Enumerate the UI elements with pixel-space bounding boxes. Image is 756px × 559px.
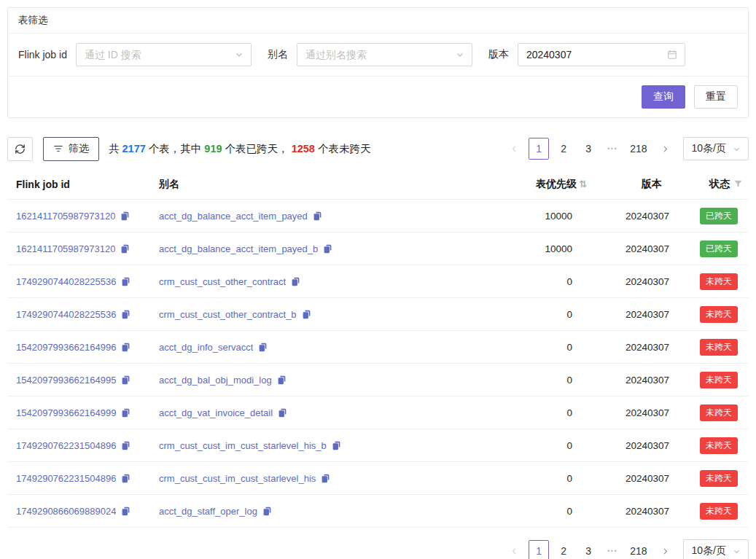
flink-job-id-link[interactable]: 1749290744028225536	[16, 309, 116, 320]
reset-button[interactable]: 重置	[694, 85, 738, 109]
status-badge: 未跨天	[700, 437, 738, 454]
flink-job-id-link[interactable]: 1621411705987973120	[16, 211, 115, 222]
copy-icon[interactable]	[277, 375, 287, 385]
page-button-3[interactable]: 3	[578, 540, 599, 559]
filter-panel-button-label: 筛选	[69, 142, 89, 155]
copy-icon[interactable]	[258, 343, 268, 352]
status-badge: 未跨天	[700, 339, 738, 356]
table-body: 1621411705987973120 acct_dg_balance_acct…	[7, 200, 749, 528]
alias-link[interactable]: crm_cust_cust_other_contract	[159, 276, 286, 287]
column-filter-icon[interactable]	[733, 179, 743, 189]
flink-job-id-link[interactable]: 1749290762231504896	[16, 473, 116, 484]
column-header-priority: 表优先级 ⇅	[485, 178, 594, 191]
flink-job-id-link[interactable]: 1542097993662164996	[16, 342, 116, 353]
alias-link[interactable]: crm_cust_cust_other_contract_b	[159, 309, 297, 320]
copy-icon[interactable]	[121, 474, 130, 483]
calendar-icon	[667, 50, 685, 60]
version-value: 20240307	[594, 473, 671, 484]
alias-link[interactable]: acct_dg_balance_acct_item_payed_b	[159, 243, 318, 254]
refresh-button[interactable]	[7, 137, 33, 161]
page-button-3[interactable]: 3	[578, 138, 599, 160]
page-button-1[interactable]: 1	[529, 540, 549, 559]
copy-icon[interactable]	[121, 507, 130, 516]
status-badge: 未跨天	[700, 503, 738, 520]
version-value: 20240307	[594, 407, 671, 418]
page-button-last[interactable]: 218	[626, 138, 650, 160]
chevron-down-icon	[456, 50, 472, 59]
copy-icon[interactable]	[321, 474, 330, 483]
filter-panel-button[interactable]: 筛选	[43, 137, 99, 161]
table-row: 1749290744028225536 crm_cust_cust_other_…	[7, 265, 749, 298]
table-row: 1621411705987973120 acct_dg_balance_acct…	[7, 200, 749, 232]
version-input[interactable]	[518, 44, 667, 66]
summary-uncrossed-count: 1258	[292, 143, 315, 155]
table-row: 1542097993662164999 acct_dg_vat_invoice_…	[7, 396, 749, 429]
page-jump-ellipsis[interactable]: •••	[603, 547, 622, 555]
copy-icon[interactable]	[323, 244, 332, 254]
status-badge: 未跨天	[700, 372, 738, 388]
page-jump-ellipsis[interactable]: •••	[603, 145, 622, 152]
copy-icon[interactable]	[262, 507, 272, 516]
copy-icon[interactable]	[291, 277, 300, 286]
version-value: 20240307	[594, 276, 671, 287]
bottom-bar: 1 2 3 ••• 218 10条/页	[7, 539, 749, 559]
alias-link[interactable]: crm_cust_cust_im_cust_starlevel_his	[159, 473, 316, 484]
status-badge: 未跨天	[700, 470, 738, 487]
priority-value: 0	[485, 506, 594, 517]
flink-job-id-link[interactable]: 1621411705987973120	[16, 243, 115, 254]
copy-icon[interactable]	[332, 441, 341, 450]
copy-icon[interactable]	[278, 408, 287, 418]
copy-icon[interactable]	[121, 343, 130, 352]
copy-icon[interactable]	[313, 211, 322, 221]
refresh-icon	[15, 144, 26, 155]
version-date-picker[interactable]	[518, 43, 685, 66]
copy-icon[interactable]	[120, 211, 130, 221]
page-button-2[interactable]: 2	[553, 138, 574, 160]
next-page-button[interactable]	[655, 540, 676, 559]
page-button-2[interactable]: 2	[553, 540, 574, 559]
flink-job-id-link[interactable]: 1749290866069889024	[16, 506, 116, 517]
flink-job-id-link[interactable]: 1542097993662164999	[16, 407, 116, 418]
summary-text: 个表未跨天	[315, 143, 371, 155]
priority-value: 0	[485, 309, 594, 320]
priority-value: 0	[485, 342, 594, 353]
alias-link[interactable]: crm_cust_cust_im_cust_starlevel_his_b	[159, 440, 327, 451]
alias-link[interactable]: acct_dg_balance_acct_item_payed	[159, 211, 308, 222]
chevron-down-icon	[733, 145, 741, 153]
copy-icon[interactable]	[121, 408, 130, 418]
page-size-select[interactable]: 10条/页	[683, 539, 749, 559]
flink-job-id-link[interactable]: 1749290744028225536	[16, 276, 116, 287]
page-size-select[interactable]: 10条/页	[683, 137, 749, 160]
copy-icon[interactable]	[121, 375, 130, 385]
copy-icon[interactable]	[121, 441, 130, 450]
query-button[interactable]: 查询	[642, 85, 685, 109]
copy-icon[interactable]	[121, 277, 130, 286]
priority-value: 0	[485, 407, 594, 418]
alias-select[interactable]	[297, 43, 472, 66]
page-button-1[interactable]: 1	[529, 138, 549, 160]
copy-icon[interactable]	[121, 310, 130, 319]
flink-job-id-link[interactable]: 1749290762231504896	[16, 440, 116, 451]
alias-input[interactable]	[297, 44, 456, 66]
prev-page-button[interactable]	[504, 138, 524, 160]
next-page-button[interactable]	[655, 138, 676, 160]
alias-link[interactable]: acct_dg_info_servacct	[159, 342, 253, 353]
alias-link[interactable]: acct_dg_bal_obj_modi_log	[159, 375, 272, 386]
table-summary: 共 2177 个表，其中 919 个表已跨天， 1258 个表未跨天	[109, 142, 370, 156]
page-button-last[interactable]: 218	[626, 540, 650, 559]
filter-fields-row: Flink job id 别名 版本	[8, 34, 748, 77]
alias-label: 别名	[268, 48, 288, 61]
prev-page-button[interactable]	[504, 540, 524, 559]
version-value: 20240307	[594, 506, 671, 517]
priority-value: 10000	[485, 211, 594, 222]
flink-job-id-link[interactable]: 1542097993662164995	[16, 375, 116, 386]
column-header-flink-job-id: Flink job id	[16, 179, 159, 190]
sort-icon[interactable]: ⇅	[579, 179, 587, 189]
copy-icon[interactable]	[302, 310, 311, 319]
copy-icon[interactable]	[120, 244, 130, 254]
alias-link[interactable]: acct_dg_staff_oper_log	[159, 506, 257, 517]
priority-value: 0	[485, 375, 594, 386]
alias-link[interactable]: acct_dg_vat_invoice_detail	[159, 407, 273, 418]
flink-job-id-input[interactable]	[77, 44, 235, 66]
flink-job-id-select[interactable]	[76, 43, 252, 66]
